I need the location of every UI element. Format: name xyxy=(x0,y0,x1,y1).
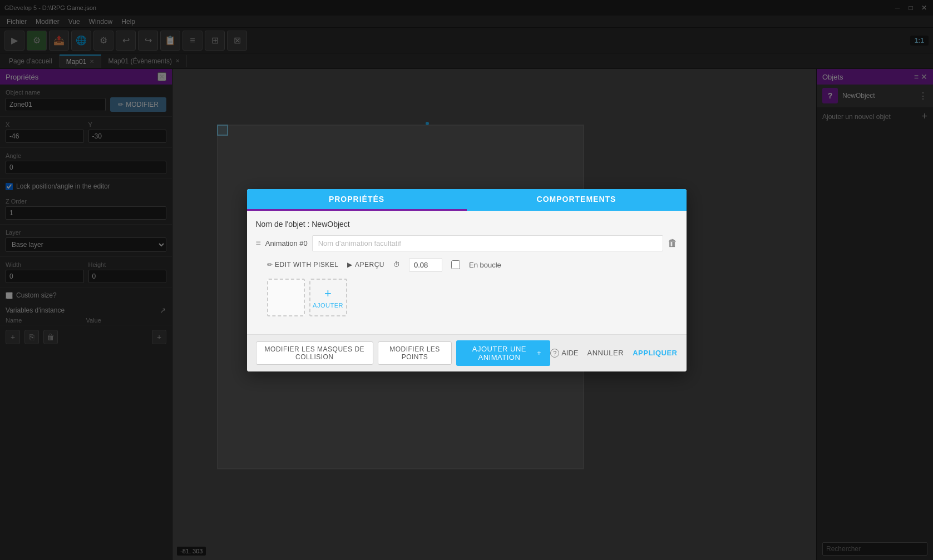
loop-label: En boucle xyxy=(469,261,501,269)
add-frame-label: AJOUTER xyxy=(313,302,343,309)
modal-tab-behaviors-label: COMPORTEMENTS xyxy=(537,195,616,204)
edit-piskel-label: EDIT WITH PISKEL xyxy=(275,261,338,269)
modal-bottom-bar: MODIFIER LES MASQUES DE COLLISION MODIFI… xyxy=(247,334,687,371)
modal-object-name: Nom de l'objet : NewObject xyxy=(256,220,678,229)
modal-tab-properties[interactable]: PROPRIÉTÉS xyxy=(247,189,467,211)
modal-tab-behaviors[interactable]: COMPORTEMENTS xyxy=(467,189,687,211)
anim-frames-area: + AJOUTER xyxy=(256,279,678,316)
cancel-btn[interactable]: ANNULER xyxy=(588,349,624,357)
modal-tabs: PROPRIÉTÉS COMPORTEMENTS xyxy=(247,189,687,211)
add-animation-btn[interactable]: AJOUTER UNE ANIMATION + xyxy=(456,340,550,366)
apply-label: APPLIQUER xyxy=(633,349,677,357)
collision-masks-label: MODIFIER LES MASQUES DE COLLISION xyxy=(265,345,365,361)
edit-points-label: MODIFIER LES POINTS xyxy=(389,345,440,361)
clock-icon: ⏱ xyxy=(393,261,400,269)
modal-bottom-left: MODIFIER LES MASQUES DE COLLISION MODIFI… xyxy=(256,340,551,366)
frame-placeholder xyxy=(267,279,305,316)
modal-overlay: PROPRIÉTÉS COMPORTEMENTS Nom de l'objet … xyxy=(0,0,933,560)
pencil-icon: ✏ xyxy=(267,261,273,269)
plus-icon: + xyxy=(324,286,332,301)
play-icon: ▶ xyxy=(347,261,353,269)
help-icon: ? xyxy=(550,349,559,358)
apply-btn[interactable]: APPLIQUER xyxy=(633,349,677,357)
animation-row: ≡ Animation #0 🗑 xyxy=(256,235,678,251)
animation-delete-btn[interactable]: 🗑 xyxy=(668,237,678,249)
loop-checkbox[interactable] xyxy=(451,260,460,269)
object-name-prefix: Nom de l'objet : xyxy=(256,220,310,229)
speed-input[interactable] xyxy=(409,258,442,272)
modal-tab-properties-label: PROPRIÉTÉS xyxy=(329,195,384,204)
properties-modal: PROPRIÉTÉS COMPORTEMENTS Nom de l'objet … xyxy=(247,189,687,371)
edit-with-piskel-btn[interactable]: ✏ EDIT WITH PISKEL xyxy=(267,261,339,269)
cancel-label: ANNULER xyxy=(588,349,624,357)
add-anim-label: AJOUTER UNE ANIMATION xyxy=(465,345,534,361)
drag-icon: ≡ xyxy=(256,238,261,248)
modal-body: Nom de l'objet : NewObject ≡ Animation #… xyxy=(247,211,687,334)
preview-label: APERÇU xyxy=(355,261,384,269)
add-frame-btn[interactable]: + AJOUTER xyxy=(309,279,347,316)
animation-label: Animation #0 xyxy=(265,239,308,247)
help-btn[interactable]: ? AIDE xyxy=(550,349,578,358)
anim-controls: ✏ EDIT WITH PISKEL ▶ APERÇU ⏱ En boucle xyxy=(256,258,678,272)
collision-masks-btn[interactable]: MODIFIER LES MASQUES DE COLLISION xyxy=(256,341,374,365)
preview-btn[interactable]: ▶ APERÇU xyxy=(347,261,384,269)
add-icon: + xyxy=(537,349,541,357)
edit-points-btn[interactable]: MODIFIER LES POINTS xyxy=(378,341,452,365)
animation-name-input[interactable] xyxy=(312,235,663,251)
modal-bottom-right: ? AIDE ANNULER APPLIQUER xyxy=(550,349,677,358)
help-label: AIDE xyxy=(561,349,578,357)
modal-object-name-value: NewObject xyxy=(312,220,349,229)
